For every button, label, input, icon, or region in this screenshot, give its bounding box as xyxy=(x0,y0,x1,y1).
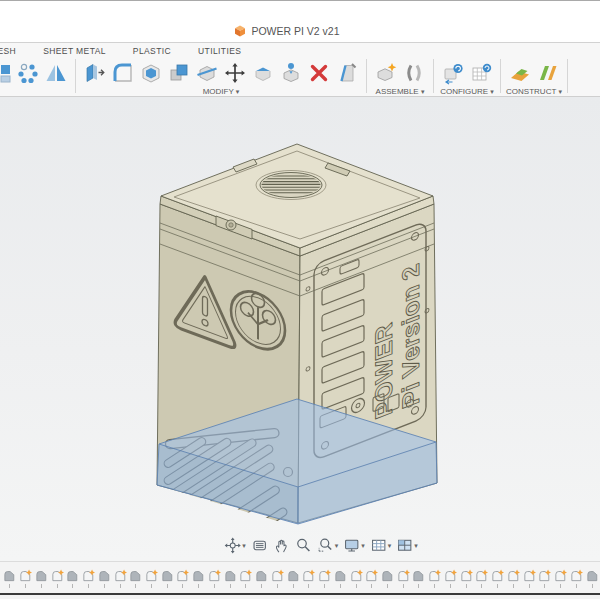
panel-configure-label[interactable]: CONFIGURE ▾ xyxy=(439,87,495,96)
orbit-button[interactable]: ▾ xyxy=(223,536,247,555)
model-power-pi-case[interactable]: POWER Pi Version 2 xyxy=(0,97,600,561)
combine-icon xyxy=(167,61,191,85)
new-component-feature-icon xyxy=(507,569,520,583)
dropdown-caret-icon: ▾ xyxy=(414,542,418,550)
shell-button[interactable] xyxy=(138,59,164,86)
body-feature-icon xyxy=(586,569,599,583)
panel-modify-label[interactable]: MODIFY ▾ xyxy=(81,87,361,96)
timeline-feature-new-component[interactable] xyxy=(490,569,506,588)
panel-assemble-label[interactable]: ASSEMBLE ▾ xyxy=(372,87,428,96)
document-tab[interactable]: POWER PI V2 v21 xyxy=(234,25,339,37)
timeline-feature-new-component[interactable] xyxy=(175,569,191,588)
draft-button[interactable] xyxy=(334,59,360,86)
new-component-feature-icon xyxy=(19,569,32,583)
timeline-feature-new-component[interactable] xyxy=(49,569,65,588)
timeline-feature-new-component[interactable] xyxy=(443,569,459,588)
timeline-feature-new-component[interactable] xyxy=(112,569,128,588)
timeline-feature-new-component[interactable] xyxy=(553,569,569,588)
pan-button[interactable] xyxy=(272,536,291,555)
panel-construct-label[interactable]: CONSTRUCT ▾ xyxy=(506,87,562,96)
timeline-feature-new-component[interactable] xyxy=(474,569,490,588)
viewports-button[interactable]: ▾ xyxy=(395,536,419,555)
timeline-feature-new-component[interactable] xyxy=(18,569,34,588)
timeline-feature-body[interactable] xyxy=(65,569,81,588)
new-component-feature-icon xyxy=(523,569,536,583)
timeline-feature-body[interactable] xyxy=(222,569,238,588)
viewports-icon xyxy=(396,537,413,554)
look-at-button[interactable] xyxy=(250,536,269,555)
ribbon-tab-mesh[interactable]: MESH xyxy=(0,46,16,56)
timeline-feature-new-component[interactable] xyxy=(207,569,223,588)
zoom-button[interactable] xyxy=(294,536,313,555)
delete-button[interactable] xyxy=(306,59,332,86)
ribbon-tab-utilities[interactable]: UTILITIES xyxy=(198,46,241,56)
new-component-feature-icon xyxy=(570,569,583,583)
timeline-track[interactable] xyxy=(0,562,600,588)
display-settings-button[interactable]: ▾ xyxy=(342,536,366,555)
physical-material-button[interactable] xyxy=(278,59,304,86)
fillet-button[interactable] xyxy=(110,59,136,86)
rectangular-pattern-button[interactable] xyxy=(0,59,13,86)
configuration-button[interactable] xyxy=(440,59,466,86)
view-navigation-bar: ▾ ▾ xyxy=(223,536,419,555)
midplane-button[interactable] xyxy=(535,59,561,86)
timeline-feature-new-component[interactable] xyxy=(317,569,333,588)
move-copy-button[interactable] xyxy=(222,59,248,86)
timeline-feature-new-component[interactable] xyxy=(506,569,522,588)
timeline-feature-body[interactable] xyxy=(411,569,427,588)
new-component-feature-icon xyxy=(318,569,331,583)
offset-plane-button[interactable] xyxy=(507,59,533,86)
joint-button[interactable] xyxy=(401,59,427,86)
circular-pattern-icon xyxy=(16,61,40,85)
timeline-feature-body[interactable] xyxy=(254,569,270,588)
new-component-button[interactable] xyxy=(373,59,399,86)
timeline-feature-new-component[interactable] xyxy=(144,569,160,588)
display-settings-icon xyxy=(343,537,360,554)
timeline-feature-body[interactable] xyxy=(584,569,600,588)
circular-pattern-button[interactable] xyxy=(15,59,41,86)
ribbon-divider xyxy=(567,59,568,93)
timeline-feature-new-component[interactable] xyxy=(537,569,553,588)
timeline-feature-body[interactable] xyxy=(128,569,144,588)
timeline-feature-body[interactable] xyxy=(332,569,348,588)
mirror-button[interactable] xyxy=(43,59,69,86)
split-body-button[interactable] xyxy=(194,59,220,86)
combine-button[interactable] xyxy=(166,59,192,86)
ribbon-tab-sheet-metal[interactable]: SHEET METAL xyxy=(43,46,106,56)
new-component-feature-icon xyxy=(114,569,127,583)
timeline-feature-new-component[interactable] xyxy=(395,569,411,588)
ribbon-tab-plastic[interactable]: PLASTIC xyxy=(133,46,171,56)
timeline-feature-new-component[interactable] xyxy=(521,569,537,588)
timeline-feature-new-component[interactable] xyxy=(238,569,254,588)
timeline-feature-new-component[interactable] xyxy=(458,569,474,588)
timeline-feature-body[interactable] xyxy=(96,569,112,588)
new-component-icon xyxy=(374,61,398,85)
zoom-icon xyxy=(295,537,312,554)
align-button[interactable] xyxy=(250,59,276,86)
timeline-feature-body[interactable] xyxy=(380,569,396,588)
viewport-canvas[interactable]: POWER Pi Version 2 xyxy=(0,97,600,561)
new-component-feature-icon xyxy=(397,569,410,583)
press-pull-button[interactable] xyxy=(82,59,108,86)
configuration-table-button[interactable] xyxy=(468,59,494,86)
grid-and-snaps-button[interactable]: ▾ xyxy=(369,536,393,555)
dropdown-caret-icon: ▾ xyxy=(236,88,240,95)
timeline-feature-new-component[interactable] xyxy=(348,569,364,588)
timeline-feature-body[interactable] xyxy=(285,569,301,588)
timeline-feature-new-component[interactable] xyxy=(81,569,97,588)
timeline-feature-body[interactable] xyxy=(159,569,175,588)
timeline-feature-body[interactable] xyxy=(2,569,18,588)
panel-configure: CONFIGURE ▾ xyxy=(439,58,495,96)
timeline-scrollbar[interactable] xyxy=(0,593,600,596)
configuration-icon xyxy=(441,61,465,85)
timeline-feature-body[interactable] xyxy=(33,569,49,588)
timeline-feature-new-component[interactable] xyxy=(301,569,317,588)
timeline-feature-new-component[interactable] xyxy=(568,569,584,588)
zoom-window-button[interactable]: ▾ xyxy=(316,536,340,555)
timeline-feature-new-component[interactable] xyxy=(269,569,285,588)
dropdown-caret-icon: ▾ xyxy=(388,542,392,550)
timeline-feature-new-component[interactable] xyxy=(364,569,380,588)
midplane-icon xyxy=(536,61,560,85)
timeline-feature-body[interactable] xyxy=(191,569,207,588)
timeline-feature-new-component[interactable] xyxy=(427,569,443,588)
